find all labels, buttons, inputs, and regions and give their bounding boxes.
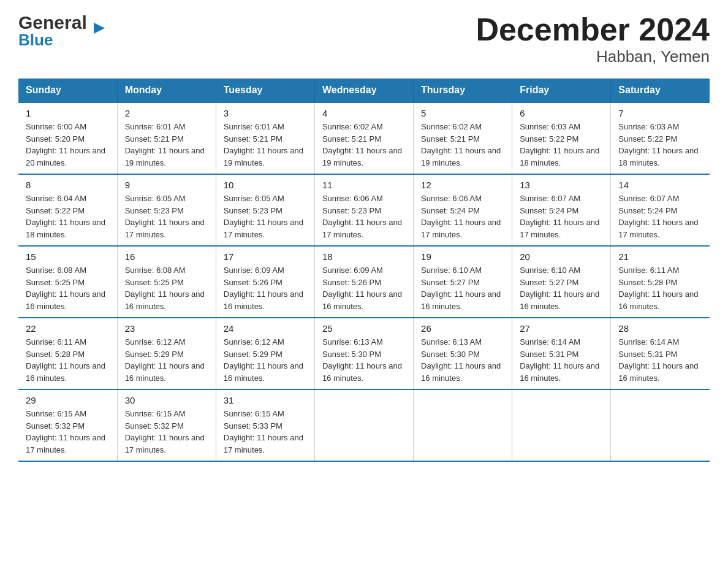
day-info: Sunrise: 6:15 AMSunset: 5:33 PMDaylight:… — [224, 408, 307, 456]
calendar-week-row: 8 Sunrise: 6:04 AMSunset: 5:22 PMDayligh… — [18, 174, 710, 246]
calendar-cell — [314, 389, 413, 461]
header-wednesday: Wednesday — [314, 79, 413, 102]
day-info: Sunrise: 6:03 AMSunset: 5:22 PMDaylight:… — [520, 121, 603, 169]
day-info: Sunrise: 6:15 AMSunset: 5:32 PMDaylight:… — [125, 408, 208, 456]
day-info: Sunrise: 6:00 AMSunset: 5:20 PMDaylight:… — [26, 121, 110, 169]
day-info: Sunrise: 6:03 AMSunset: 5:22 PMDaylight:… — [618, 121, 702, 169]
day-info: Sunrise: 6:06 AMSunset: 5:23 PMDaylight:… — [322, 193, 406, 240]
day-info: Sunrise: 6:13 AMSunset: 5:30 PMDaylight:… — [421, 336, 504, 384]
day-number: 1 — [26, 108, 110, 118]
logo: General Blue — [18, 12, 94, 50]
calendar-cell: 16 Sunrise: 6:08 AMSunset: 5:25 PMDaylig… — [117, 246, 216, 318]
day-number: 2 — [125, 108, 208, 118]
day-info: Sunrise: 6:12 AMSunset: 5:29 PMDaylight:… — [224, 336, 307, 384]
day-info: Sunrise: 6:02 AMSunset: 5:21 PMDaylight:… — [421, 121, 504, 169]
calendar-header-row: SundayMondayTuesdayWednesdayThursdayFrid… — [18, 79, 710, 102]
calendar-cell: 6 Sunrise: 6:03 AMSunset: 5:22 PMDayligh… — [512, 102, 611, 174]
svg-marker-0 — [94, 23, 105, 34]
calendar-cell: 25 Sunrise: 6:13 AMSunset: 5:30 PMDaylig… — [314, 318, 413, 389]
calendar-cell — [512, 389, 611, 461]
day-info: Sunrise: 6:11 AMSunset: 5:28 PMDaylight:… — [618, 264, 702, 312]
calendar-table: SundayMondayTuesdayWednesdayThursdayFrid… — [18, 79, 710, 462]
day-info: Sunrise: 6:08 AMSunset: 5:25 PMDaylight:… — [26, 264, 110, 312]
day-info: Sunrise: 6:14 AMSunset: 5:31 PMDaylight:… — [618, 336, 702, 384]
day-number: 28 — [618, 323, 702, 334]
title-block: December 2024 Habban, Yemen — [476, 12, 710, 66]
header-saturday: Saturday — [611, 79, 710, 102]
day-info: Sunrise: 6:04 AMSunset: 5:22 PMDaylight:… — [26, 193, 110, 240]
calendar-cell: 28 Sunrise: 6:14 AMSunset: 5:31 PMDaylig… — [611, 318, 710, 389]
day-info: Sunrise: 6:15 AMSunset: 5:32 PMDaylight:… — [26, 408, 110, 456]
calendar-week-row: 15 Sunrise: 6:08 AMSunset: 5:25 PMDaylig… — [18, 246, 710, 318]
day-number: 25 — [322, 323, 406, 334]
day-number: 4 — [322, 108, 406, 118]
calendar-cell: 29 Sunrise: 6:15 AMSunset: 5:32 PMDaylig… — [18, 389, 117, 461]
day-info: Sunrise: 6:13 AMSunset: 5:30 PMDaylight:… — [322, 336, 406, 384]
page-title: December 2024 — [476, 12, 710, 47]
day-number: 17 — [224, 251, 307, 262]
calendar-cell: 22 Sunrise: 6:11 AMSunset: 5:28 PMDaylig… — [18, 318, 117, 389]
calendar-cell: 5 Sunrise: 6:02 AMSunset: 5:21 PMDayligh… — [414, 102, 512, 174]
calendar-cell — [414, 389, 512, 461]
calendar-cell — [611, 389, 710, 461]
calendar-cell: 8 Sunrise: 6:04 AMSunset: 5:22 PMDayligh… — [18, 174, 117, 246]
day-number: 14 — [618, 180, 702, 190]
calendar-cell: 19 Sunrise: 6:10 AMSunset: 5:27 PMDaylig… — [414, 246, 512, 318]
calendar-cell: 24 Sunrise: 6:12 AMSunset: 5:29 PMDaylig… — [216, 318, 314, 389]
calendar-cell: 1 Sunrise: 6:00 AMSunset: 5:20 PMDayligh… — [18, 102, 117, 174]
day-info: Sunrise: 6:05 AMSunset: 5:23 PMDaylight:… — [125, 193, 208, 240]
day-number: 23 — [125, 323, 208, 334]
day-info: Sunrise: 6:09 AMSunset: 5:26 PMDaylight:… — [322, 264, 406, 312]
header-sunday: Sunday — [18, 79, 117, 102]
day-info: Sunrise: 6:07 AMSunset: 5:24 PMDaylight:… — [618, 193, 702, 240]
day-info: Sunrise: 6:05 AMSunset: 5:23 PMDaylight:… — [224, 193, 307, 240]
calendar-cell: 30 Sunrise: 6:15 AMSunset: 5:32 PMDaylig… — [117, 389, 216, 461]
logo-general: General — [18, 12, 87, 33]
header-friday: Friday — [512, 79, 611, 102]
header-monday: Monday — [117, 79, 216, 102]
day-number: 27 — [520, 323, 603, 334]
calendar-cell: 9 Sunrise: 6:05 AMSunset: 5:23 PMDayligh… — [117, 174, 216, 246]
calendar-cell: 21 Sunrise: 6:11 AMSunset: 5:28 PMDaylig… — [611, 246, 710, 318]
day-number: 6 — [520, 108, 603, 118]
calendar-cell: 4 Sunrise: 6:02 AMSunset: 5:21 PMDayligh… — [314, 102, 413, 174]
day-info: Sunrise: 6:01 AMSunset: 5:21 PMDaylight:… — [224, 121, 307, 169]
day-number: 19 — [421, 251, 504, 262]
day-number: 21 — [618, 251, 702, 262]
day-number: 20 — [520, 251, 603, 262]
calendar-cell: 23 Sunrise: 6:12 AMSunset: 5:29 PMDaylig… — [117, 318, 216, 389]
day-number: 31 — [224, 395, 307, 405]
page-header: General Blue December 2024 Habban, Yemen — [18, 12, 710, 66]
calendar-cell: 27 Sunrise: 6:14 AMSunset: 5:31 PMDaylig… — [512, 318, 611, 389]
day-info: Sunrise: 6:08 AMSunset: 5:25 PMDaylight:… — [125, 264, 208, 312]
calendar-cell: 18 Sunrise: 6:09 AMSunset: 5:26 PMDaylig… — [314, 246, 413, 318]
day-number: 12 — [421, 180, 504, 190]
calendar-cell: 31 Sunrise: 6:15 AMSunset: 5:33 PMDaylig… — [216, 389, 314, 461]
day-info: Sunrise: 6:10 AMSunset: 5:27 PMDaylight:… — [421, 264, 504, 312]
day-number: 30 — [125, 395, 208, 405]
calendar-cell: 10 Sunrise: 6:05 AMSunset: 5:23 PMDaylig… — [216, 174, 314, 246]
day-info: Sunrise: 6:01 AMSunset: 5:21 PMDaylight:… — [125, 121, 208, 169]
logo-blue: Blue — [18, 31, 53, 50]
day-info: Sunrise: 6:14 AMSunset: 5:31 PMDaylight:… — [520, 336, 603, 384]
day-number: 29 — [26, 395, 110, 405]
calendar-cell: 13 Sunrise: 6:07 AMSunset: 5:24 PMDaylig… — [512, 174, 611, 246]
day-info: Sunrise: 6:02 AMSunset: 5:21 PMDaylight:… — [322, 121, 406, 169]
day-number: 10 — [224, 180, 307, 190]
calendar-week-row: 29 Sunrise: 6:15 AMSunset: 5:32 PMDaylig… — [18, 389, 710, 461]
day-info: Sunrise: 6:10 AMSunset: 5:27 PMDaylight:… — [520, 264, 603, 312]
calendar-cell: 26 Sunrise: 6:13 AMSunset: 5:30 PMDaylig… — [414, 318, 512, 389]
day-number: 22 — [26, 323, 110, 334]
calendar-cell: 17 Sunrise: 6:09 AMSunset: 5:26 PMDaylig… — [216, 246, 314, 318]
header-thursday: Thursday — [414, 79, 512, 102]
header-tuesday: Tuesday — [216, 79, 314, 102]
day-number: 9 — [125, 180, 208, 190]
day-number: 15 — [26, 251, 110, 262]
day-number: 5 — [421, 108, 504, 118]
day-info: Sunrise: 6:07 AMSunset: 5:24 PMDaylight:… — [520, 193, 603, 240]
day-number: 13 — [520, 180, 603, 190]
calendar-cell: 12 Sunrise: 6:06 AMSunset: 5:24 PMDaylig… — [414, 174, 512, 246]
day-number: 18 — [322, 251, 406, 262]
page-subtitle: Habban, Yemen — [476, 47, 710, 66]
calendar-cell: 11 Sunrise: 6:06 AMSunset: 5:23 PMDaylig… — [314, 174, 413, 246]
